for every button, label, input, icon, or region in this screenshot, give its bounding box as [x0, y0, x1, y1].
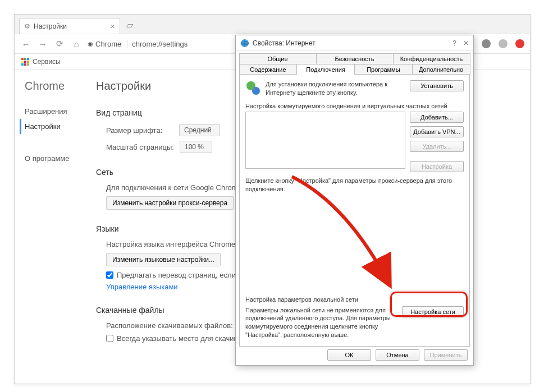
connection-list[interactable] — [245, 112, 405, 169]
manage-languages-link[interactable]: Управление языками — [106, 283, 178, 291]
extension-icon-3[interactable] — [515, 39, 524, 48]
chrome-icon: ◉ — [88, 40, 93, 48]
ok-button[interactable]: ОК — [327, 349, 371, 361]
lang-desc: Настройка языка интерфейса Chrome и — [106, 240, 241, 248]
tab-close-icon[interactable]: × — [111, 22, 115, 31]
cancel-button[interactable]: Отмена — [376, 349, 419, 361]
tab-security[interactable]: Безопасность — [316, 53, 394, 64]
new-tab-icon[interactable]: ▱ — [124, 20, 136, 32]
tab-content[interactable]: Содержание — [239, 64, 298, 75]
home-icon[interactable]: ⌂ — [71, 39, 82, 49]
bookmarks-label[interactable]: Сервисы — [33, 58, 61, 66]
forward-icon[interactable]: → — [37, 39, 48, 49]
tab-label: Настройки — [34, 22, 67, 30]
internet-properties-dialog: Свойства: Интернет ? ✕ Общие Безопасност… — [235, 35, 474, 366]
dialog-panel: Для установки подключения компьютера к И… — [239, 74, 470, 347]
download-loc-label: Расположение скачиваемых файлов: — [106, 321, 233, 330]
url-text: chrome://settings — [132, 40, 188, 48]
globe-icon — [240, 39, 249, 48]
dialog-footer: ОК Отмена Применить — [327, 349, 468, 361]
lan-section: Настройка параметров локальной сети Пара… — [245, 296, 464, 339]
lang-settings-button[interactable]: Изменить языковые настройки... — [106, 253, 221, 266]
lan-text: Параметры локальной сети не применяются … — [245, 306, 396, 339]
tab-programs[interactable]: Программы — [354, 64, 413, 75]
conn-settings-button: Настройка — [410, 161, 464, 172]
font-size-label: Размер шрифта: — [106, 126, 173, 135]
gear-icon: ⚙ — [24, 22, 30, 30]
lan-settings-button[interactable]: Настройка сети — [402, 306, 464, 317]
always-ask-checkbox[interactable] — [106, 335, 113, 342]
add-button[interactable]: Добавить... — [410, 112, 464, 123]
always-ask-label: Всегда указывать место для скачивания — [117, 334, 254, 343]
apps-icon[interactable] — [21, 58, 29, 66]
connection-icon — [245, 80, 261, 96]
dialog-titlebar[interactable]: Свойства: Интернет ? ✕ — [236, 35, 473, 51]
back-icon[interactable]: ← — [20, 39, 31, 49]
lan-label: Настройка параметров локальной сети — [245, 296, 464, 303]
zoom-select[interactable]: 100 % — [180, 141, 212, 153]
brand-title: Chrome — [25, 80, 96, 93]
dial-group-label: Настройка коммутируемого соединения и ви… — [245, 103, 464, 109]
network-desc: Для подключения к сети Google Chrom — [106, 183, 238, 192]
tab-connections[interactable]: Подключения — [296, 64, 355, 75]
tab-strip: ⚙ Настройки × ▱ — [15, 15, 530, 34]
translate-checkbox[interactable] — [106, 271, 113, 279]
help-icon[interactable]: ? — [452, 39, 456, 47]
tab-privacy[interactable]: Конфиденциальность — [393, 53, 470, 64]
remove-button: Удалить... — [410, 141, 464, 152]
extension-icon-2[interactable] — [499, 39, 508, 48]
apply-button: Применить — [424, 349, 468, 361]
dialog-tabs: Общие Безопасность Конфиденциальность Со… — [236, 51, 473, 75]
add-vpn-button[interactable]: Добавить VPN... — [410, 126, 464, 137]
tab-advanced[interactable]: Дополнительно — [412, 64, 470, 75]
proxy-hint: Щелкните кнопку "Настройка" для параметр… — [245, 177, 464, 193]
site-chip: ◉ Chrome — [88, 40, 127, 48]
sidebar-item-settings[interactable]: Настройки — [20, 119, 96, 134]
setup-text: Для установки подключения компьютера к И… — [266, 80, 405, 97]
zoom-label: Масштаб страницы: — [106, 143, 174, 151]
sidebar: Chrome Расширения Настройки О программе — [15, 70, 96, 384]
extension-icon-1[interactable] — [482, 39, 491, 48]
dialog-title: Свойства: Интернет — [253, 39, 316, 47]
tab-general[interactable]: Общие — [239, 53, 317, 64]
font-size-select[interactable]: Средний — [179, 124, 220, 136]
translate-label: Предлагать перевод страниц, если — [117, 271, 236, 279]
reload-icon[interactable]: ⟳ — [54, 39, 65, 49]
setup-button[interactable]: Установить — [410, 80, 464, 91]
sidebar-item-about[interactable]: О программе — [25, 151, 96, 166]
proxy-settings-button[interactable]: Изменить настройки прокси-сервера — [106, 196, 234, 210]
sidebar-item-extensions[interactable]: Расширения — [25, 104, 96, 119]
chip-text: Chrome — [95, 40, 121, 48]
tab-settings[interactable]: ⚙ Настройки × — [19, 18, 120, 34]
dialog-close-icon[interactable]: ✕ — [463, 39, 469, 47]
